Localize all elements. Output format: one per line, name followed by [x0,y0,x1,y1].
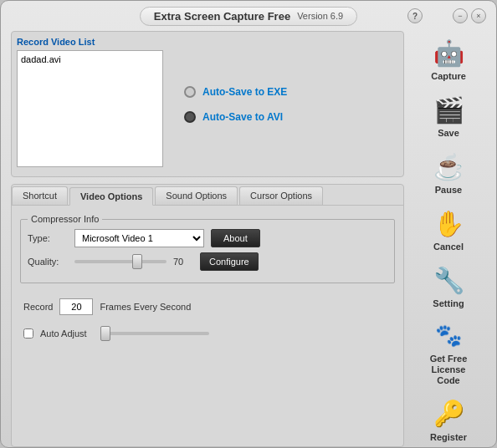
cancel-icon: ✋ [432,206,465,240]
register-icon: 🔑 [432,397,465,430]
radio-avi[interactable] [184,111,196,123]
save-option-avi-row[interactable]: Auto-Save to AVI [184,111,398,123]
setting-icon: 🔧 [432,263,465,297]
app-window: Extra Screen Capture Free Version 6.9 ? … [0,0,497,448]
getfree-label: Get FreeLicenseCode [430,354,468,387]
save-options: Auto-Save to EXE Auto-Save to AVI [176,37,398,171]
cancel-label: Cancel [433,242,464,252]
quality-slider[interactable] [74,260,167,263]
save-button[interactable]: 🎬 Save [411,88,486,143]
compressor-fieldset: Compressor Info Type: Microsoft Video 1 … [20,214,395,283]
help-button[interactable]: ? [407,8,423,23]
auto-adjust-row: Auto Adjust [23,328,392,339]
getfree-button[interactable]: 🐾 Get FreeLicenseCode [411,315,486,390]
radio-exe[interactable] [184,86,196,98]
record-video-section: Record Video List dadad.avi Auto-Save to… [11,31,404,177]
auto-adjust-checkbox[interactable] [23,328,33,339]
quality-value: 70 [173,257,193,267]
tab-sound-options[interactable]: Sound Options [155,186,238,205]
frames-label: Frames Every Second [100,302,191,312]
app-title: Extra Screen Capture Free [154,10,290,23]
save-label: Save [438,128,459,138]
video-list-box[interactable]: dadad.avi [17,50,163,167]
main-content: Record Video List dadad.avi Auto-Save to… [1,31,496,448]
record-row: Record Frames Every Second [23,293,392,320]
save-icon: 🎬 [432,93,465,126]
capture-icon: 🤖 [432,36,465,69]
record-section: Record Frames Every Second Auto Adjust [20,293,395,339]
quality-row: Quality: 70 Configure [28,252,387,271]
auto-adjust-label: Auto Adjust [40,328,87,339]
record-video-list: Record Video List dadad.avi [17,37,167,171]
about-button[interactable]: About [211,229,260,247]
minimize-button[interactable]: − [453,8,468,23]
title-bar-controls: − × [453,8,486,23]
configure-button[interactable]: Configure [200,252,259,271]
left-panel: Record Video List dadad.avi Auto-Save to… [11,31,404,447]
record-input[interactable] [59,298,93,315]
capture-label: Capture [431,71,466,81]
getfree-icon: 🐾 [432,318,465,352]
tab-video-options[interactable]: Video Options [69,187,153,206]
cancel-button[interactable]: ✋ Cancel [411,201,486,257]
title-bar-center: Extra Screen Capture Free Version 6.9 [140,7,357,26]
type-label: Type: [28,233,68,243]
auto-adjust-slider[interactable] [100,332,209,335]
register-label: Register [430,432,467,442]
compressor-legend: Compressor Info [28,214,102,224]
register-button[interactable]: 🔑 Register [411,392,486,447]
app-version: Version 6.9 [297,11,343,21]
right-panel: 🤖 Capture 🎬 Save ☕ Pause ✋ Cancel 🔧 Sett… [411,31,486,447]
tab-shortcut[interactable]: Shortcut [12,186,68,205]
capture-button[interactable]: 🤖 Capture [411,31,486,86]
record-video-label: Record Video List [17,37,167,47]
save-option-exe-row[interactable]: Auto-Save to EXE [184,86,398,98]
tabs-section: Shortcut Video Options Sound Options Cur… [11,184,404,447]
setting-button[interactable]: 🔧 Setting [411,258,486,313]
video-list-item: dadad.avi [21,54,159,64]
pause-button[interactable]: ☕ Pause [411,145,486,200]
save-option-exe-label: Auto-Save to EXE [202,86,287,98]
close-button[interactable]: × [471,8,486,23]
setting-label: Setting [433,298,464,308]
title-bar: Extra Screen Capture Free Version 6.9 ? … [1,1,496,31]
pause-label: Pause [435,185,462,195]
type-select[interactable]: Microsoft Video 1 [74,229,204,247]
tabs-bar: Shortcut Video Options Sound Options Cur… [12,185,403,206]
tab-cursor-options[interactable]: Cursor Options [239,186,323,205]
type-row: Type: Microsoft Video 1 About [28,229,387,247]
save-option-avi-label: Auto-Save to AVI [202,111,283,123]
quality-label: Quality: [28,257,68,267]
pause-icon: ☕ [432,150,465,183]
record-label: Record [23,302,53,312]
tab-content-video: Compressor Info Type: Microsoft Video 1 … [12,206,403,446]
